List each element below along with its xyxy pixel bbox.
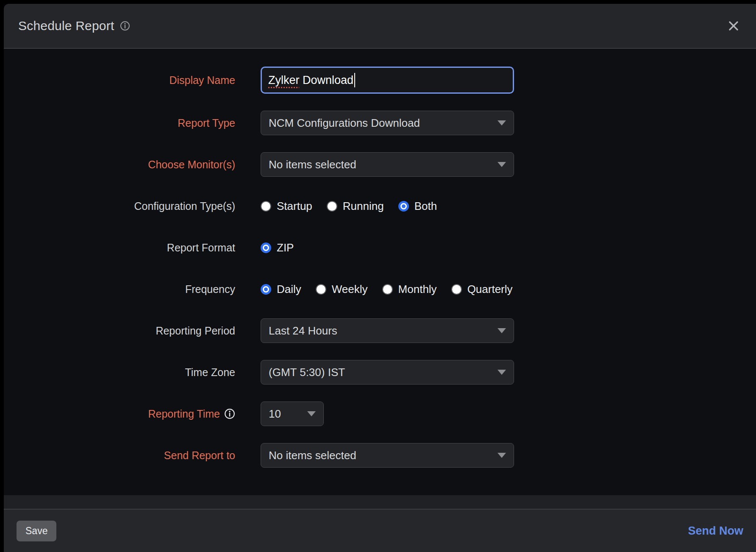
radio-icon-selected[interactable]: [261, 284, 271, 295]
display-name-value-rest: Download: [300, 74, 354, 86]
frequency-label: Frequency: [4, 283, 235, 296]
report-type-value: NCM Configurations Download: [269, 117, 420, 130]
display-name-value-misspelled: Zylker: [268, 74, 300, 86]
radio-option-both[interactable]: Both: [398, 200, 437, 213]
radio-icon[interactable]: [451, 284, 462, 295]
radio-option-startup[interactable]: Startup: [261, 200, 312, 213]
close-icon[interactable]: [725, 18, 742, 34]
chevron-down-icon: [498, 453, 506, 458]
dialog-body: Display Name Zylker Download Report Type…: [4, 49, 756, 495]
radio-icon[interactable]: [316, 284, 326, 295]
radio-option-running[interactable]: Running: [327, 200, 384, 213]
dialog-footer: Save Send Now: [4, 509, 756, 552]
display-name-label: Display Name: [4, 74, 235, 86]
info-icon[interactable]: [120, 21, 130, 31]
page-title-text: Schedule Report: [18, 19, 114, 33]
send-report-to-label: Send Report to: [4, 449, 235, 462]
configuration-types-label: Configuration Type(s): [4, 200, 235, 212]
schedule-report-dialog: Schedule Report Display Name Zylker Down…: [4, 4, 756, 552]
row-send-report-to: Send Report to No items selected: [4, 443, 756, 468]
radio-option-daily[interactable]: Daily: [261, 283, 301, 296]
reporting-time-value: 10: [269, 407, 281, 421]
choose-monitors-label: Choose Monitor(s): [4, 159, 235, 171]
send-now-link[interactable]: Send Now: [688, 524, 743, 538]
configuration-types-radio-group: Startup Running Both: [261, 200, 437, 213]
reporting-period-value: Last 24 Hours: [269, 324, 337, 337]
radio-icon[interactable]: [382, 284, 393, 295]
chevron-down-icon: [498, 162, 506, 167]
frequency-radio-group: Daily Weekly Monthly Quarterly: [261, 283, 513, 296]
radio-option-quarterly[interactable]: Quarterly: [451, 283, 513, 296]
chevron-down-icon: [498, 328, 506, 333]
report-format-radio-group: ZIP: [261, 241, 294, 254]
save-button[interactable]: Save: [17, 521, 56, 541]
radio-option-zip[interactable]: ZIP: [261, 241, 294, 254]
chevron-down-icon: [307, 411, 316, 416]
text-cursor: [354, 73, 355, 87]
row-time-zone: Time Zone (GMT 5:30) IST: [4, 360, 756, 385]
radio-icon[interactable]: [327, 201, 337, 212]
radio-icon-selected[interactable]: [261, 243, 271, 253]
row-display-name: Display Name Zylker Download: [4, 67, 756, 94]
radio-option-weekly[interactable]: Weekly: [316, 283, 368, 296]
time-zone-value: (GMT 5:30) IST: [269, 366, 345, 379]
radio-icon[interactable]: [261, 201, 271, 212]
chevron-down-icon: [498, 370, 506, 375]
time-zone-label: Time Zone: [4, 366, 235, 379]
time-zone-dropdown[interactable]: (GMT 5:30) IST: [261, 360, 514, 385]
choose-monitors-dropdown[interactable]: No items selected: [261, 152, 514, 177]
reporting-period-label: Reporting Period: [4, 325, 235, 337]
report-type-dropdown[interactable]: NCM Configurations Download: [261, 111, 514, 135]
info-icon[interactable]: [224, 408, 235, 419]
row-reporting-period: Reporting Period Last 24 Hours: [4, 318, 756, 343]
report-format-label: Report Format: [4, 242, 235, 254]
reporting-period-dropdown[interactable]: Last 24 Hours: [261, 318, 514, 343]
row-report-type: Report Type NCM Configurations Download: [4, 111, 756, 135]
report-type-label: Report Type: [4, 117, 235, 129]
chevron-down-icon: [498, 120, 506, 125]
footer-divider-strip: [4, 495, 756, 509]
send-report-to-value: No items selected: [269, 449, 356, 462]
display-name-input[interactable]: Zylker Download: [261, 67, 514, 94]
radio-icon-selected[interactable]: [398, 201, 409, 212]
reporting-time-label: Reporting Time: [4, 408, 235, 420]
row-report-format: Report Format ZIP: [4, 235, 756, 260]
row-choose-monitors: Choose Monitor(s) No items selected: [4, 152, 756, 177]
dialog-header: Schedule Report: [4, 4, 756, 49]
row-reporting-time: Reporting Time 10: [4, 401, 756, 426]
send-report-to-dropdown[interactable]: No items selected: [261, 443, 514, 468]
page-title: Schedule Report: [18, 19, 130, 33]
row-configuration-types: Configuration Type(s) Startup Running Bo…: [4, 194, 756, 218]
radio-option-monthly[interactable]: Monthly: [382, 283, 437, 296]
choose-monitors-value: No items selected: [269, 158, 356, 171]
reporting-time-dropdown[interactable]: 10: [261, 401, 324, 426]
row-frequency: Frequency Daily Weekly Monthly: [4, 277, 756, 301]
